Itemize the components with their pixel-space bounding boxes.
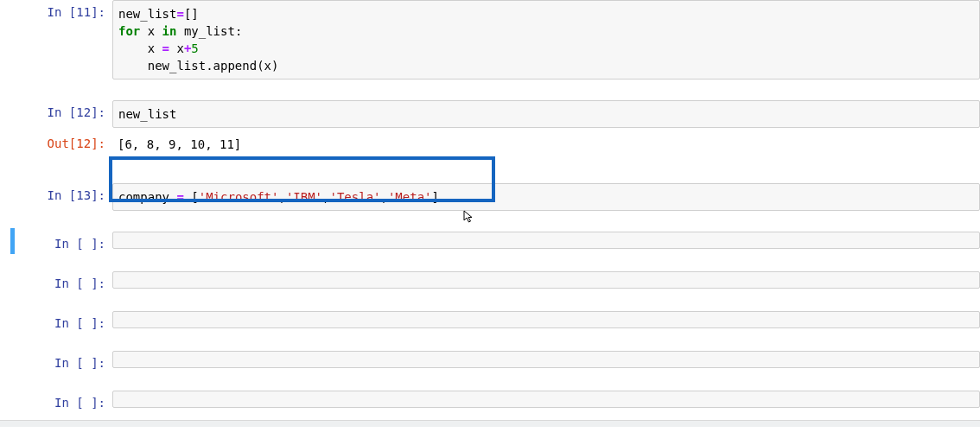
code-input[interactable] xyxy=(112,351,980,368)
code-token: 'Microsoft' xyxy=(199,190,279,204)
code-input[interactable] xyxy=(112,311,980,328)
code-token: company xyxy=(118,190,176,204)
code-token: [] xyxy=(184,7,199,21)
code-token: ] xyxy=(432,190,439,204)
code-input[interactable] xyxy=(112,271,980,289)
code-cell[interactable]: In [ ]: xyxy=(0,268,980,294)
code-token: , xyxy=(278,190,285,204)
code-cell[interactable]: In [ ]: xyxy=(0,308,980,334)
code-token: [ xyxy=(184,190,199,204)
code-cell[interactable]: In [13]:company = ['Microsoft','IBM','Te… xyxy=(0,180,980,214)
input-prompt: In [ ]: xyxy=(0,271,112,290)
output-text: [6, 8, 9, 10, 11] xyxy=(112,131,980,157)
input-prompt: In [ ]: xyxy=(0,351,112,370)
code-token: new_list xyxy=(118,7,176,21)
code-input[interactable]: new_list xyxy=(112,100,980,128)
code-token: my_list: xyxy=(176,24,242,38)
code-token: x xyxy=(169,41,184,55)
code-token: 'Tesla' xyxy=(329,190,380,204)
code-token: new_list xyxy=(118,107,176,121)
code-token: = xyxy=(176,190,183,204)
input-prompt: In [12]: xyxy=(0,100,112,119)
code-cell[interactable]: In [ ]: xyxy=(0,228,980,254)
input-prompt: In [13]: xyxy=(0,183,112,202)
notebook: In [11]:new_list=[] for x in my_list: x … xyxy=(0,0,980,413)
code-token: = xyxy=(162,41,169,55)
code-token: new_list.append(x) xyxy=(118,59,278,73)
input-prompt: In [11]: xyxy=(0,0,112,19)
code-cell[interactable]: In [ ]: xyxy=(0,347,980,373)
code-token: for xyxy=(118,24,140,38)
footer-strip xyxy=(0,420,980,427)
code-token: x xyxy=(140,24,162,38)
input-prompt: In [ ]: xyxy=(0,311,112,330)
code-token: 'IBM' xyxy=(286,190,322,204)
code-token: , xyxy=(381,190,388,204)
code-input[interactable] xyxy=(112,391,980,408)
code-token: = xyxy=(176,7,183,21)
code-token: in xyxy=(162,24,177,38)
code-input[interactable]: company = ['Microsoft','IBM','Tesla','Me… xyxy=(112,183,980,211)
output-prompt: Out[12]: xyxy=(0,131,112,150)
code-cell[interactable]: In [12]:new_list xyxy=(0,97,980,131)
code-input[interactable]: new_list=[] for x in my_list: x = x+5 ne… xyxy=(112,0,980,79)
output-cell: Out[12]:[6, 8, 9, 10, 11] xyxy=(0,131,980,161)
code-input[interactable] xyxy=(112,232,980,249)
code-token: 5 xyxy=(191,41,198,55)
code-token: 'Meta' xyxy=(388,190,432,204)
input-prompt: In [ ]: xyxy=(0,391,112,410)
code-token: x xyxy=(118,41,162,55)
input-prompt: In [ ]: xyxy=(0,232,112,251)
code-cell[interactable]: In [ ]: xyxy=(0,387,980,413)
code-cell[interactable]: In [11]:new_list=[] for x in my_list: x … xyxy=(0,0,980,83)
